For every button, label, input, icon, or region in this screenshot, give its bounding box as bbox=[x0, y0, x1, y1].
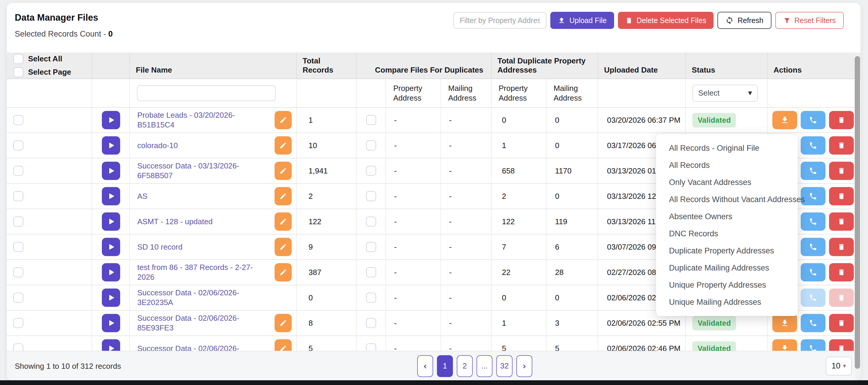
file-name-link[interactable]: ASMT - 128 - updated bbox=[137, 217, 269, 227]
scrollbar[interactable] bbox=[855, 54, 860, 380]
edit-file-button[interactable] bbox=[275, 187, 292, 205]
file-name-link[interactable]: SD 10 record bbox=[137, 242, 269, 252]
file-name-link[interactable]: Successor Data - 02/06/2026-3E20235A bbox=[137, 288, 269, 308]
compare-property-value: - bbox=[386, 108, 441, 132]
file-name-link[interactable]: Successor Data - 02/06/2026-85E93FE3 bbox=[137, 313, 269, 333]
expand-row-button[interactable] bbox=[102, 314, 120, 332]
delete-file-button[interactable] bbox=[829, 187, 854, 205]
delete-file-button[interactable] bbox=[829, 162, 854, 180]
file-name-link[interactable]: test from 86 - 387 Records - 2-27-2026 bbox=[137, 263, 269, 282]
upload-file-button[interactable]: Upload File bbox=[550, 12, 614, 29]
page-button[interactable]: 2 bbox=[457, 355, 473, 377]
dropdown-item[interactable]: All Records bbox=[656, 157, 798, 174]
duplicate-mailing-value: 0 bbox=[547, 184, 598, 208]
filter-property-address-input[interactable] bbox=[453, 12, 547, 29]
reset-filters-button[interactable]: Reset Filters bbox=[775, 12, 844, 29]
call-button[interactable] bbox=[801, 314, 826, 332]
row-checkbox[interactable] bbox=[13, 166, 23, 176]
file-name-link[interactable]: colorado-10 bbox=[137, 141, 269, 151]
call-button[interactable] bbox=[801, 213, 826, 231]
dropdown-item[interactable]: Only Vacant Addresses bbox=[656, 174, 798, 191]
file-name-link[interactable]: Probate Leads - 03/20/2026-B51B15C4 bbox=[137, 110, 269, 130]
delete-file-button[interactable] bbox=[829, 263, 854, 282]
compare-checkbox[interactable] bbox=[366, 293, 376, 303]
row-checkbox[interactable] bbox=[13, 115, 23, 125]
next-page-button[interactable]: › bbox=[516, 355, 532, 377]
edit-file-button[interactable] bbox=[275, 213, 292, 231]
edit-file-button[interactable] bbox=[275, 162, 292, 180]
page-size-select[interactable]: 10 ▼ bbox=[826, 357, 852, 376]
expand-row-button[interactable] bbox=[102, 263, 120, 282]
edit-file-button[interactable] bbox=[275, 314, 292, 332]
compare-checkbox[interactable] bbox=[366, 267, 376, 277]
delete-selected-files-button[interactable]: Delete Selected Files bbox=[618, 12, 714, 29]
duplicate-mailing-value: 119 bbox=[547, 209, 598, 234]
prev-page-button[interactable]: ‹ bbox=[417, 355, 433, 377]
call-button[interactable] bbox=[801, 136, 826, 155]
row-checkbox[interactable] bbox=[13, 293, 23, 303]
expand-row-button[interactable] bbox=[102, 238, 120, 256]
file-name-link[interactable]: Successor Data - 03/13/2026-6F58B507 bbox=[137, 161, 269, 181]
row-checkbox[interactable] bbox=[13, 242, 23, 252]
file-name-link[interactable]: AS bbox=[137, 191, 269, 201]
dropdown-item[interactable]: Unique Property Addresses bbox=[656, 277, 798, 293]
scrollbar-thumb[interactable] bbox=[855, 56, 860, 369]
expand-row-button[interactable] bbox=[102, 289, 120, 307]
compare-checkbox[interactable] bbox=[366, 217, 376, 227]
download-file-button[interactable] bbox=[772, 314, 797, 332]
page-ellipsis[interactable]: ... bbox=[476, 355, 492, 377]
dropdown-item[interactable]: All Records Without Vacant Addresses bbox=[656, 191, 798, 208]
edit-file-button[interactable] bbox=[275, 111, 292, 129]
call-button[interactable] bbox=[801, 263, 826, 282]
row-checkbox[interactable] bbox=[13, 267, 23, 277]
delete-file-button[interactable] bbox=[829, 238, 854, 256]
dropdown-item[interactable]: Unique Mailing Addresses bbox=[656, 293, 798, 311]
status-filter-select[interactable]: Select ▼ bbox=[692, 85, 758, 102]
delete-file-button[interactable] bbox=[829, 111, 854, 129]
expand-row-button[interactable] bbox=[102, 162, 120, 180]
delete-file-button[interactable] bbox=[829, 213, 854, 231]
call-button[interactable] bbox=[801, 162, 826, 180]
dropdown-item[interactable]: Duplicate Mailing Addresses bbox=[656, 259, 798, 277]
delete-file-button[interactable] bbox=[829, 314, 854, 332]
dropdown-item[interactable]: DNC Records bbox=[656, 225, 798, 242]
edit-file-button[interactable] bbox=[275, 238, 292, 256]
compare-checkbox[interactable] bbox=[366, 140, 376, 151]
chevron-right-icon bbox=[109, 269, 114, 275]
expand-row-button[interactable] bbox=[102, 187, 120, 205]
dropdown-item[interactable]: Duplicate Property Addresses bbox=[656, 242, 798, 259]
call-button[interactable] bbox=[801, 289, 826, 307]
delete-selected-files-label: Delete Selected Files bbox=[637, 16, 706, 25]
download-file-button[interactable] bbox=[772, 111, 797, 129]
page-button[interactable]: 32 bbox=[496, 355, 513, 377]
expand-row-button[interactable] bbox=[102, 136, 120, 155]
call-button[interactable] bbox=[801, 238, 826, 256]
uploaded-date-header: Uploaded Date bbox=[598, 53, 686, 78]
page-button[interactable]: 1 bbox=[437, 355, 453, 377]
compare-checkbox[interactable] bbox=[366, 242, 376, 252]
delete-file-button[interactable] bbox=[829, 136, 854, 155]
call-button[interactable] bbox=[801, 111, 826, 129]
compare-mailing-value: - bbox=[441, 158, 492, 183]
compare-checkbox[interactable] bbox=[366, 191, 376, 201]
phone-icon bbox=[809, 218, 817, 226]
dropdown-item[interactable]: Absentee Owners bbox=[656, 208, 798, 225]
edit-file-button[interactable] bbox=[275, 263, 292, 282]
edit-file-button[interactable] bbox=[275, 136, 292, 155]
row-checkbox[interactable] bbox=[13, 318, 23, 328]
select-page-checkbox[interactable] bbox=[13, 67, 23, 77]
delete-file-button[interactable] bbox=[829, 289, 854, 307]
expand-row-button[interactable] bbox=[102, 111, 120, 129]
row-checkbox[interactable] bbox=[13, 217, 23, 227]
dropdown-item[interactable]: All Records - Original File bbox=[656, 139, 798, 157]
compare-checkbox[interactable] bbox=[366, 115, 376, 125]
file-name-filter-input[interactable] bbox=[137, 85, 276, 101]
row-checkbox[interactable] bbox=[13, 140, 23, 151]
compare-checkbox[interactable] bbox=[366, 318, 376, 328]
compare-checkbox[interactable] bbox=[366, 166, 376, 176]
expand-row-button[interactable] bbox=[102, 213, 120, 231]
refresh-button[interactable]: Refresh bbox=[717, 12, 771, 29]
select-all-checkbox[interactable] bbox=[13, 54, 23, 64]
trash-icon bbox=[838, 268, 845, 276]
row-checkbox[interactable] bbox=[13, 191, 23, 201]
